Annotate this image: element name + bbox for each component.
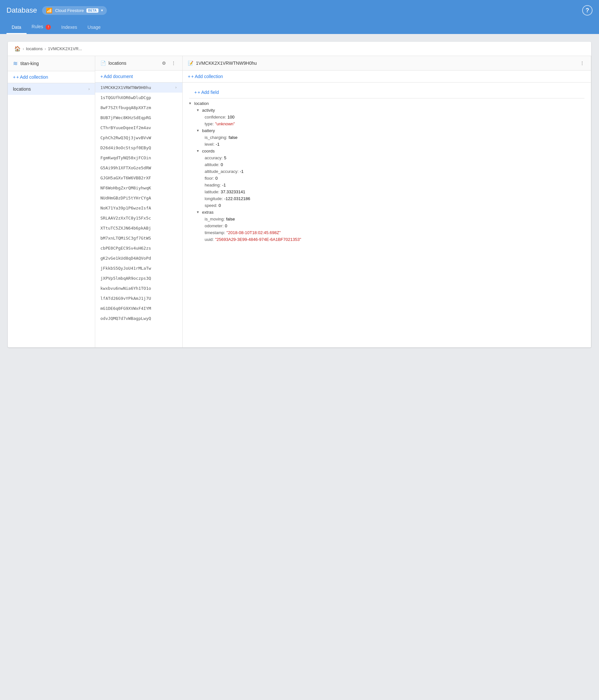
doc-item[interactable]: XTtuTC5ZXJN64b6pkABj — [95, 223, 182, 233]
field-key-floor: floor: — [205, 176, 214, 181]
service-badge[interactable]: 📶 Cloud Firestore BETA ▾ — [42, 6, 106, 15]
doc-item[interactable]: GJGH5aGXvT6W6VBB2rXF — [95, 173, 182, 183]
tab-data[interactable]: Data — [6, 21, 27, 34]
firestore-card: 🏠 › locations › 1VMCKK2X1VR... ≋ titan-k… — [8, 42, 591, 347]
field-val-confidence: 100 — [228, 115, 235, 120]
field-key-uuid: uuid: — [205, 237, 214, 242]
add-collection-button-3[interactable]: + + Add collection — [183, 71, 591, 82]
field-battery: ▾ battery — [189, 127, 584, 134]
col3-header-left: 📝 1VMCKK2X1VRWTNW9H0hu — [188, 60, 257, 66]
field-val-type: "unknown" — [215, 121, 235, 126]
field-key-level: level: — [205, 142, 214, 147]
col1-header-left: ≋ titan-king — [13, 60, 39, 67]
field-key-battery: battery — [202, 128, 215, 133]
more-vert-icon[interactable]: ⋮ — [170, 60, 177, 66]
expand-icon-battery[interactable]: ▾ — [197, 128, 201, 133]
field-accuracy: accuracy: 5 — [189, 154, 584, 161]
doc-item[interactable]: kwxbvu6nwNia6Yh1TO1o — [95, 283, 182, 293]
tab-usage[interactable]: Usage — [82, 21, 105, 34]
expand-icon[interactable]: ▾ — [189, 101, 193, 105]
doc-item[interactable]: bM7xnLTQMiSC3gf7GtWS — [95, 233, 182, 243]
doc-item[interactable]: odvJQMQ7d7vWBagpLwyQ — [95, 314, 182, 323]
more-vert-icon-doc[interactable]: ⋮ — [579, 60, 586, 66]
plus-icon-field: + — [194, 90, 197, 95]
field-key-accuracy: accuracy: — [205, 155, 223, 160]
col2-header: 📄 locations ⚙ ⋮ — [95, 56, 182, 71]
field-val-is-charging: false — [229, 135, 237, 140]
field-extras: ▾ extras — [189, 209, 584, 216]
collection-item-locations[interactable]: locations › — [8, 83, 95, 95]
collection-icon: 📄 — [100, 60, 106, 66]
doc-item[interactable]: FgmKwqdTyNQ50xjFCOin — [95, 153, 182, 163]
expand-icon-extras[interactable]: ▾ — [197, 210, 201, 214]
doc-item[interactable]: NUdHmGBzDPi5tYHrCYgA — [95, 193, 182, 203]
field-key-timestamp: timestamp: — [205, 230, 225, 235]
doc-icon: 📝 — [188, 60, 193, 66]
field-key-location: location — [194, 101, 209, 106]
doc-item[interactable]: CThrBYuueDqeeIf2m4av — [95, 123, 182, 133]
field-floor: floor: 0 — [189, 175, 584, 182]
doc-item[interactable]: G5Ai99h1XFTXoGze5dRW — [95, 163, 182, 173]
add-collection-button[interactable]: + + Add collection — [8, 71, 95, 83]
doc-item[interactable]: lfATd26G9vYPkAmJ1j7U — [95, 293, 182, 303]
field-key-type: type: — [205, 121, 214, 126]
field-heading: heading: -1 — [189, 182, 584, 189]
field-val-accuracy: 5 — [224, 155, 226, 160]
app-header: Database 📶 Cloud Firestore BETA ▾ ? — [0, 0, 599, 21]
chevron-down-icon[interactable]: ▾ — [101, 8, 103, 12]
tab-indexes[interactable]: Indexes — [56, 21, 82, 34]
field-key-altitude: altitude: — [205, 162, 220, 167]
field-key-speed: speed: — [205, 203, 217, 208]
rules-badge: ! — [46, 25, 51, 30]
main-content: 🏠 › locations › 1VMCKK2X1VR... ≋ titan-k… — [0, 34, 599, 355]
field-key-longitude: longitude: — [205, 196, 223, 201]
field-key-latitude: latitude: — [205, 190, 220, 194]
breadcrumb-doc[interactable]: 1VMCKK2X1VR... — [48, 46, 82, 51]
col3-header: 📝 1VMCKK2X1VRWTNW9H0hu ⋮ — [183, 56, 591, 71]
doc-item[interactable]: NoK71Ya39p1P6wzeIsfA — [95, 203, 182, 213]
field-timestamp: timestamp: "2018-08-10T18:02:45.698Z" — [189, 229, 584, 236]
field-key-coords: coords — [202, 149, 215, 153]
field-is-charging: is_charging: false — [189, 134, 584, 141]
doc-item[interactable]: gK2vGe1kUd8qD4AQVoPd — [95, 253, 182, 263]
collection-name: locations — [13, 86, 31, 92]
breadcrumb: 🏠 › locations › 1VMCKK2X1VR... — [8, 42, 591, 56]
tab-rules[interactable]: Rules ! — [27, 21, 56, 34]
header-left: Database 📶 Cloud Firestore BETA ▾ — [6, 6, 107, 15]
doc-item[interactable]: mG1DE6q0FG9XVWxF4IYM — [95, 303, 182, 314]
doc-item[interactable]: D26d4i9oOcStspf0EByQ — [95, 143, 182, 153]
home-icon[interactable]: 🏠 — [14, 46, 21, 52]
field-key-odometer: odometer: — [205, 223, 224, 228]
doc-item[interactable]: SRLAAV2zXxTC8y15Fx5c — [95, 213, 182, 223]
doc-item[interactable]: CphCh2RwQ3Qj3jwvBVvW — [95, 133, 182, 143]
help-button[interactable]: ? — [582, 5, 593, 16]
breadcrumb-locations[interactable]: locations — [26, 46, 43, 51]
add-field-button[interactable]: + + Add field — [189, 86, 584, 98]
col1-header: ≋ titan-king — [8, 56, 95, 71]
field-val-timestamp: "2018-08-10T18:02:45.698Z" — [227, 230, 281, 235]
expand-icon-coords[interactable]: ▾ — [197, 149, 201, 153]
col3-title: 1VMCKK2X1VRWTNW9H0hu — [196, 60, 257, 66]
field-key-is-charging: is_charging: — [205, 135, 227, 140]
doc-item[interactable]: BUB7jFWec8KHzSdEqpRG — [95, 113, 182, 123]
field-key-extras: extras — [202, 210, 214, 215]
doc-item[interactable]: 8wF7SZtfbugqA8pXXTzm — [95, 103, 182, 113]
doc-item[interactable]: jFkkbS5QyJoU41rMLaTw — [95, 263, 182, 273]
doc-item-active[interactable]: 1VMCKK2X1VRWTNW9H0hu › — [95, 82, 182, 93]
doc-item[interactable]: cbPE0CPgEC9Sv4uH62zs — [95, 243, 182, 253]
field-val-latitude: 37.33233141 — [221, 190, 245, 194]
service-name: Cloud Firestore — [55, 8, 84, 13]
field-val-floor: 0 — [215, 176, 218, 181]
database-icon: ≋ — [13, 60, 18, 67]
field-val-heading: -1 — [222, 183, 226, 188]
doc-item[interactable]: NF6WoHbgZxrQM8iyhwqK — [95, 183, 182, 193]
doc-item[interactable]: 1sTQGUfhXOR6wDluDCgp — [95, 93, 182, 103]
expand-icon-activity[interactable]: ▾ — [197, 108, 201, 112]
filter-icon[interactable]: ⚙ — [160, 60, 167, 66]
add-document-button[interactable]: + Add document — [95, 71, 182, 82]
doc-item[interactable]: jXPVp5lmbqAR9oczps3Q — [95, 273, 182, 283]
nav-tabs: Data Rules ! Indexes Usage — [0, 21, 599, 34]
field-key-confidence: confidence: — [205, 115, 226, 120]
active-doc-id: 1VMCKK2X1VRWTNW9H0hu — [100, 85, 151, 90]
separator-1: › — [23, 46, 24, 51]
